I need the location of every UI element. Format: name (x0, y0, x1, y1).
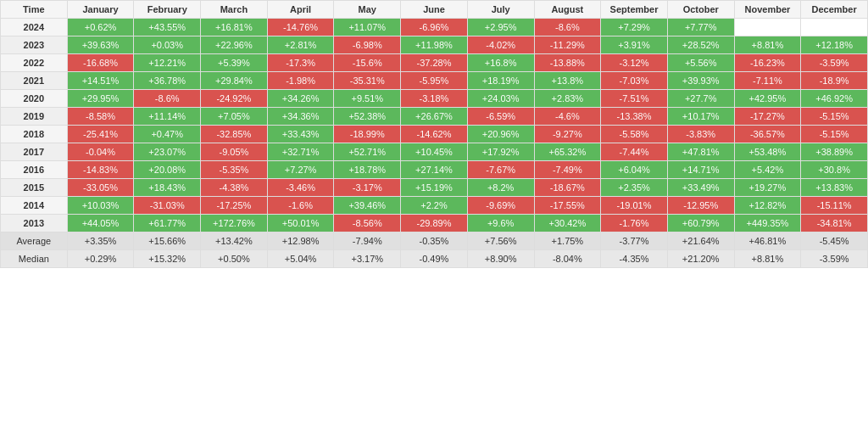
value-cell: -5.58% (601, 126, 668, 143)
value-cell: +13.8% (534, 72, 601, 90)
table-row: 2023+39.63%+0.03%+22.96%+2.81%-6.98%+11.… (1, 36, 868, 54)
median-value: +8.81% (734, 250, 801, 268)
value-cell: +6.04% (601, 161, 668, 179)
value-cell: -18.67% (534, 179, 601, 197)
value-cell: -7.51% (601, 90, 668, 108)
table-row: 2016-14.83%+20.08%-5.35%+7.27%+18.78%+27… (1, 161, 868, 179)
value-cell: +42.95% (734, 90, 801, 108)
value-cell: -1.76% (601, 215, 668, 232)
value-cell: +10.17% (667, 108, 734, 126)
table-row: 2019-8.58%+11.14%+7.05%+34.36%+52.38%+26… (1, 108, 868, 126)
value-cell: -12.95% (667, 197, 734, 215)
value-cell: +18.78% (334, 161, 401, 179)
value-cell: +7.27% (267, 161, 334, 179)
year-cell: 2024 (1, 19, 68, 36)
column-header-april: April (267, 1, 334, 19)
value-cell: +2.2% (401, 197, 468, 215)
value-cell: +12.82% (734, 197, 801, 215)
value-cell: +50.01% (267, 215, 334, 232)
monthly-returns-table: TimeJanuaryFebruaryMarchAprilMayJuneJuly… (0, 0, 868, 268)
value-cell: +52.38% (334, 108, 401, 126)
value-cell: +14.51% (67, 72, 134, 90)
value-cell: -3.12% (601, 54, 668, 72)
median-value: +3.17% (334, 250, 401, 268)
value-cell: +36.78% (134, 72, 201, 90)
value-cell: -32.85% (201, 126, 268, 143)
year-cell: 2015 (1, 179, 68, 197)
value-cell: +46.92% (801, 90, 868, 108)
median-row: Median+0.29%+15.32%+0.50%+5.04%+3.17%-0.… (1, 250, 868, 268)
value-cell: +5.56% (667, 54, 734, 72)
year-cell: 2016 (1, 161, 68, 179)
value-cell: -18.9% (801, 72, 868, 90)
median-value: +0.50% (201, 250, 268, 268)
median-value: +15.32% (134, 250, 201, 268)
value-cell: -34.81% (801, 215, 868, 232)
average-label: Average (1, 232, 68, 250)
value-cell: +10.03% (67, 197, 134, 215)
value-cell: -14.76% (267, 19, 334, 36)
value-cell: -9.69% (467, 197, 534, 215)
column-header-november: November (734, 1, 801, 19)
value-cell: +19.27% (734, 179, 801, 197)
value-cell: +26.67% (401, 108, 468, 126)
value-cell: +12.18% (801, 36, 868, 54)
value-cell: +39.93% (667, 72, 734, 90)
value-cell: +2.95% (467, 19, 534, 36)
value-cell: -15.6% (334, 54, 401, 72)
median-value: +8.90% (467, 250, 534, 268)
value-cell: +20.96% (467, 126, 534, 143)
column-header-june: June (401, 1, 468, 19)
value-cell: -37.28% (401, 54, 468, 72)
table-row: 2022-16.68%+12.21%+5.39%-17.3%-15.6%-37.… (1, 54, 868, 72)
column-header-february: February (134, 1, 201, 19)
value-cell: +8.81% (734, 36, 801, 54)
average-value: +3.35% (67, 232, 134, 250)
table-row: 2018-25.41%+0.47%-32.85%+33.43%-18.99%-1… (1, 126, 868, 143)
value-cell: +43.55% (134, 19, 201, 36)
column-header-time: Time (1, 1, 68, 19)
value-cell: -35.31% (334, 72, 401, 90)
column-header-july: July (467, 1, 534, 19)
value-cell: -4.6% (534, 108, 601, 126)
average-value: +1.75% (534, 232, 601, 250)
median-label: Median (1, 250, 68, 268)
column-header-august: August (534, 1, 601, 19)
value-cell: +10.45% (401, 143, 468, 161)
value-cell: +12.21% (134, 54, 201, 72)
value-cell: -4.02% (467, 36, 534, 54)
column-header-may: May (334, 1, 401, 19)
value-cell: -1.6% (267, 197, 334, 215)
median-value: -8.04% (534, 250, 601, 268)
year-cell: 2021 (1, 72, 68, 90)
column-header-march: March (201, 1, 268, 19)
value-cell: +33.49% (667, 179, 734, 197)
value-cell: -5.15% (801, 108, 868, 126)
value-cell: +0.03% (134, 36, 201, 54)
value-cell: +449.35% (734, 215, 801, 232)
value-cell: +28.52% (667, 36, 734, 54)
value-cell: +8.2% (467, 179, 534, 197)
value-cell: -15.11% (801, 197, 868, 215)
value-cell: +7.29% (601, 19, 668, 36)
value-cell: +18.19% (467, 72, 534, 90)
value-cell: +7.77% (667, 19, 734, 36)
value-cell: +61.77% (134, 215, 201, 232)
median-value: -0.49% (401, 250, 468, 268)
value-cell: -7.44% (601, 143, 668, 161)
value-cell: -3.83% (667, 126, 734, 143)
value-cell: -8.56% (334, 215, 401, 232)
value-cell: +29.95% (67, 90, 134, 108)
value-cell: -7.49% (534, 161, 601, 179)
value-cell: -7.67% (467, 161, 534, 179)
value-cell: -5.15% (801, 126, 868, 143)
average-value: -0.35% (401, 232, 468, 250)
value-cell: -19.01% (601, 197, 668, 215)
column-header-september: September (601, 1, 668, 19)
value-cell: -29.89% (401, 215, 468, 232)
value-cell: +16.8% (467, 54, 534, 72)
value-cell: +3.91% (601, 36, 668, 54)
median-value: +5.04% (267, 250, 334, 268)
value-cell: +172.76% (201, 215, 268, 232)
value-cell: +7.05% (201, 108, 268, 126)
